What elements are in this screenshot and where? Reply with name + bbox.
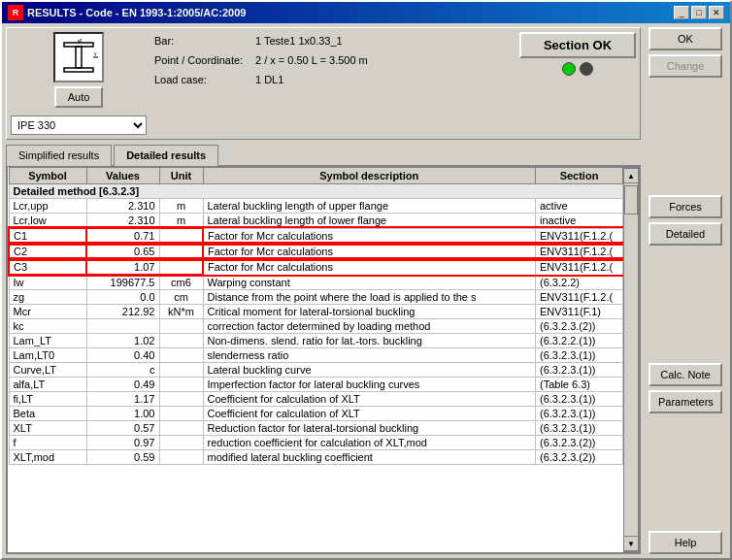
table-row: f0.97reduction coefficient for calculati…: [9, 436, 623, 450]
results-table: Symbol Values Unit Symbol description Se…: [8, 167, 623, 465]
cell-description-9: Non-dimens. slend. ratio for lat.-tors. …: [203, 334, 536, 348]
cell-section-10: (6.3.2.3.(1)): [536, 348, 623, 363]
cell-value-1: 2.310: [86, 214, 159, 229]
col-unit: Unit: [159, 168, 203, 184]
cell-value-17: 0.59: [86, 450, 159, 465]
cell-value-0: 2.310: [86, 199, 159, 214]
led-green: [562, 62, 576, 76]
cell-description-16: reduction coefficient for calculation of…: [203, 436, 536, 450]
cell-section-4: ENV311(F.1.2.(: [536, 259, 623, 275]
cell-unit-16: [159, 436, 203, 450]
cell-description-3: Factor for Mcr calculations: [203, 244, 536, 259]
cell-value-8: [86, 319, 159, 334]
bar-row: Bar: 1 Teste1 1x0.33_1: [154, 32, 512, 51]
close-button[interactable]: ✕: [709, 6, 724, 19]
svg-text:y: y: [94, 50, 97, 56]
section-svg: z y: [59, 38, 98, 77]
tab-simplified[interactable]: Simplified results: [6, 145, 112, 166]
cell-section-11: (6.3.2.3.(1)): [536, 363, 623, 378]
cell-symbol-13: fi,LT: [9, 392, 86, 407]
cell-unit-0: m: [159, 199, 203, 214]
table-header-row: Symbol Values Unit Symbol description Se…: [9, 168, 623, 184]
cell-unit-1: m: [159, 214, 203, 229]
cell-section-0: active: [536, 199, 623, 214]
svg-rect-1: [76, 47, 82, 68]
table-row: kccorrection factor determined by loadin…: [9, 319, 623, 334]
calc-note-button[interactable]: Calc. Note: [649, 363, 722, 386]
cell-symbol-6: zg: [9, 290, 86, 305]
cell-section-6: ENV311(F.1.2.(: [536, 290, 623, 305]
spacer-3: [649, 417, 726, 527]
cell-value-16: 0.97: [86, 436, 159, 450]
cell-section-16: (6.3.2.3.(2)): [536, 436, 623, 450]
table-row: Lcr,low2.310mLateral buckling length of …: [9, 214, 623, 229]
led-off: [580, 62, 593, 76]
cell-section-13: (6.3.2.3.(1)): [536, 392, 623, 407]
tab-detailed[interactable]: Detailed results: [114, 145, 218, 166]
cell-value-4: 1.07: [86, 259, 159, 275]
table-wrapper[interactable]: Symbol Values Unit Symbol description Se…: [8, 167, 623, 552]
table-row: Curve,LTcLateral buckling curve(6.3.2.3.…: [9, 363, 623, 378]
scroll-thumb[interactable]: [624, 185, 638, 214]
cell-unit-15: [159, 421, 203, 436]
table-row: C20.65Factor for Mcr calculationsENV311(…: [9, 244, 623, 259]
point-value: 2 / x = 0.50 L = 3.500 m: [255, 51, 368, 71]
ok-button[interactable]: OK: [649, 27, 722, 50]
profile-dropdown: IPE 330: [11, 115, 147, 135]
cell-unit-5: cm6: [159, 275, 203, 290]
cell-section-7: ENV311(F.1): [536, 305, 623, 319]
cell-description-0: Lateral buckling length of upper flange: [203, 199, 536, 214]
table-row: XLT,mod0.59modified lateral buckling coe…: [9, 450, 623, 465]
cell-section-8: (6.3.2.3.(2)): [536, 319, 623, 334]
cell-description-17: modified lateral buckling coefficient: [203, 450, 536, 465]
cell-symbol-12: alfa,LT: [9, 378, 86, 392]
minimize-button[interactable]: _: [674, 6, 689, 19]
change-button[interactable]: Change: [649, 54, 722, 78]
vertical-scrollbar[interactable]: ▲ ▼: [623, 167, 639, 552]
section-status-area: Section OK: [519, 32, 636, 76]
cell-unit-12: [159, 378, 203, 392]
profile-select[interactable]: IPE 330: [11, 115, 147, 135]
cell-symbol-4: C3: [9, 259, 86, 275]
forces-button[interactable]: Forces: [649, 195, 722, 218]
status-indicator: [562, 62, 593, 76]
section-ok-button[interactable]: Section OK: [519, 32, 636, 58]
table-section-header: Detailed method [6.3.2.3]: [9, 184, 623, 199]
title-controls: _ □ ✕: [674, 6, 724, 19]
help-button[interactable]: Help: [649, 531, 722, 554]
table-row: Lcr,upp2.310mLateral buckling length of …: [9, 199, 623, 214]
cell-unit-9: [159, 334, 203, 348]
main-panel: z y Auto IPE 330: [2, 23, 645, 558]
cell-symbol-10: Lam,LT0: [9, 348, 86, 363]
cell-unit-10: [159, 348, 203, 363]
cell-symbol-9: Lam_LT: [9, 334, 86, 348]
parameters-button[interactable]: Parameters: [649, 390, 722, 413]
cell-value-3: 0.65: [86, 244, 159, 259]
point-label: Point / Coordinate:: [154, 51, 251, 71]
cell-description-2: Factor for Mcr calculations: [203, 228, 536, 244]
auto-button[interactable]: Auto: [54, 86, 104, 108]
cell-unit-3: [159, 244, 203, 259]
scroll-up[interactable]: ▲: [623, 168, 639, 183]
cell-section-9: (6.3.2.2.(1)): [536, 334, 623, 348]
top-bar: z y Auto IPE 330: [6, 27, 641, 140]
load-value: 1 DL1: [255, 71, 283, 90]
cell-description-11: Lateral buckling curve: [203, 363, 536, 378]
cell-value-5: 199677.5: [86, 275, 159, 290]
main-window: R RESULTS - Code - EN 1993-1:2005/AC:200…: [0, 0, 732, 560]
cell-value-6: 0.0: [86, 290, 159, 305]
table-row: C31.07Factor for Mcr calculationsENV311(…: [9, 259, 623, 275]
scroll-down[interactable]: ▼: [623, 536, 639, 551]
table-row: Beta1.00Coefficient for calculation of X…: [9, 407, 623, 421]
table-row: Iw199677.5cm6Warping constant(6.3.2.2): [9, 275, 623, 290]
spacer-2: [649, 249, 726, 359]
cell-section-14: (6.3.2.3.(1)): [536, 407, 623, 421]
cell-symbol-16: f: [9, 436, 86, 450]
table-row: Lam_LT1.02Non-dimens. slend. ratio for l…: [9, 334, 623, 348]
cell-symbol-15: XLT: [9, 421, 86, 436]
maximize-button[interactable]: □: [691, 6, 707, 19]
table-row: C10.71Factor for Mcr calculationsENV311(…: [9, 228, 623, 244]
table-row: Mcr212.92kN*mCritical moment for lateral…: [9, 305, 623, 319]
cell-unit-2: [159, 228, 203, 244]
detailed-button[interactable]: Detailed: [649, 222, 722, 246]
